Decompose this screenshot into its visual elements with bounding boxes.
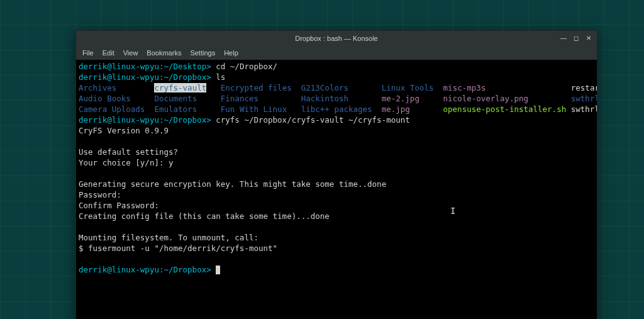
ls-entry: me.jpg (382, 104, 410, 114)
ls-entry: Documents (154, 94, 197, 103)
ls-output-row: Archives cryfs-vault Encrypted files G21… (79, 82, 594, 93)
menubar: File Edit View Bookmarks Settings Help (76, 46, 597, 60)
ls-entry: Finances (221, 94, 258, 103)
terminal-area[interactable]: derrik@linux-wpyu:~/Desktop> cd ~/Dropbo… (76, 60, 597, 319)
ls-entry: opensuse-post-installer.sh (443, 104, 567, 114)
output-text: Creating config file (this can take some… (79, 211, 594, 221)
output-text: Confirm Password: (79, 200, 594, 211)
ls-output-row: Audio Books Documents Finances Hackintos… (79, 93, 594, 104)
output-text: Use default settings? (79, 147, 594, 157)
konsole-window: Dropbox : bash — Konsole — ◻ ✕ File Edit… (75, 30, 597, 319)
output-text: CryFS Version 0.9.9 (79, 125, 594, 136)
ls-entry: swthrlgeb (571, 94, 597, 103)
window-title: Dropbox : bash — Konsole (295, 35, 377, 42)
titlebar[interactable]: Dropbox : bash — Konsole — ◻ ✕ (76, 31, 597, 46)
ls-output-row: Camera Uploads Emulators Fun With Linux … (79, 104, 594, 115)
cursor (216, 266, 220, 274)
text-cursor-icon: I (450, 206, 455, 216)
menu-settings[interactable]: Settings (186, 48, 219, 58)
output-text: $ fusermount -u "/home/derrik/cryfs-moun… (79, 243, 594, 254)
ls-entry: misc-mp3s (443, 83, 486, 92)
close-button[interactable]: ✕ (584, 33, 593, 42)
output-text: Generating secure encryption key. This m… (79, 179, 594, 189)
ls-entry: Camera Uploads (79, 104, 145, 114)
ls-entry: Hackintosh (301, 94, 348, 103)
ls-entry: cryfs-vault (154, 83, 206, 92)
command-text: cd ~/Dropbox/ (216, 62, 277, 71)
ls-entry: Linux Tools (382, 83, 434, 92)
ls-entry: Archives (79, 83, 116, 92)
maximize-button[interactable]: ◻ (572, 33, 580, 42)
ls-entry: G213Colors (301, 83, 348, 92)
ls-entry: me-2.jpg (382, 94, 419, 103)
prompt: derrik@linux-wpyu:~/Dropbox> (79, 265, 211, 274)
ls-entry: libc++ packages (301, 104, 372, 114)
menu-view[interactable]: View (119, 48, 142, 58)
menu-bookmarks[interactable]: Bookmarks (143, 48, 185, 58)
menu-help[interactable]: Help (220, 48, 242, 58)
minimize-button[interactable]: — (559, 33, 568, 42)
ls-entry: Audio Books (79, 94, 131, 103)
ls-entry: Encrypted files (221, 83, 292, 92)
ls-entry: Fun With Linux (221, 104, 287, 114)
menu-file[interactable]: File (79, 48, 97, 58)
output-text: Your choice [y/n]: y (79, 157, 594, 168)
ls-entry: nicole-overlay.png (443, 94, 528, 103)
output-text: Password: (79, 189, 594, 200)
menu-edit[interactable]: Edit (99, 48, 118, 58)
command-text: ls (216, 72, 225, 82)
prompt: derrik@linux-wpyu:~/Dropbox> (79, 72, 211, 82)
command-text: cryfs ~/Dropbox/cryfs-vault ~/cryfs-moun… (216, 115, 410, 125)
prompt: derrik@linux-wpyu:~/Desktop> (79, 62, 211, 71)
ls-entry: Emulators (154, 104, 197, 114)
output-text: Mounting filesystem. To unmount, call: (79, 232, 594, 243)
ls-entry: restart-se (571, 83, 597, 92)
ls-entry: swthrlgeb- (571, 104, 597, 114)
window-controls: — ◻ ✕ (559, 33, 593, 42)
prompt: derrik@linux-wpyu:~/Dropbox> (79, 115, 211, 125)
